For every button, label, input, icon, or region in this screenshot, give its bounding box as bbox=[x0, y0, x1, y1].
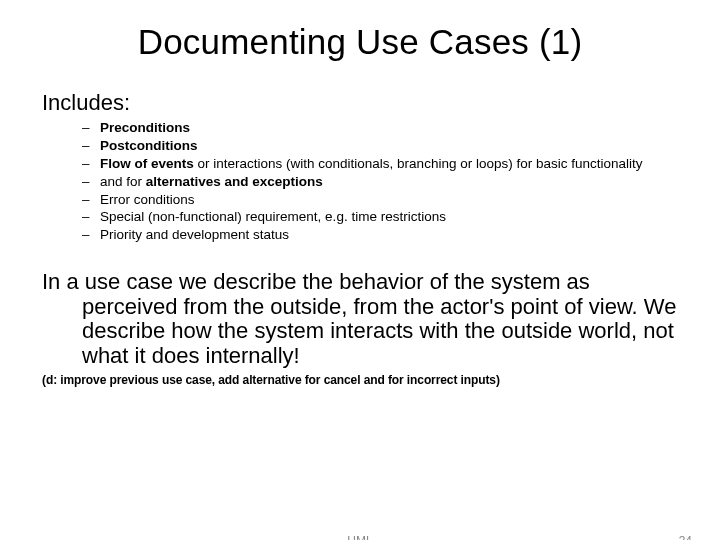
list-item-text: Priority and development status bbox=[100, 227, 289, 242]
list-item-text: Error conditions bbox=[100, 192, 195, 207]
slide: Documenting Use Cases (1) Includes: Prec… bbox=[0, 22, 720, 540]
list-item-text: Flow of events or interactions (with con… bbox=[100, 156, 643, 171]
list-item: Preconditions bbox=[82, 120, 678, 137]
slide-title: Documenting Use Cases (1) bbox=[0, 22, 720, 62]
includes-heading: Includes: bbox=[42, 90, 678, 116]
list-item-text: Special (non-functional) requirement, e.… bbox=[100, 209, 446, 224]
list-item: Error conditions bbox=[82, 192, 678, 209]
improvement-note: (d: improve previous use case, add alter… bbox=[42, 373, 678, 387]
list-item: Flow of events or interactions (with con… bbox=[82, 156, 678, 173]
list-item: and for alternatives and exceptions bbox=[82, 174, 678, 191]
list-item: Priority and development status bbox=[82, 227, 678, 244]
list-item: Postconditions bbox=[82, 138, 678, 155]
description-paragraph: In a use case we describe the behavior o… bbox=[42, 270, 678, 369]
list-item-text: Postconditions bbox=[100, 138, 198, 153]
list-item-text: Preconditions bbox=[100, 120, 190, 135]
page-number: 34 bbox=[679, 534, 692, 540]
slide-body: Includes: Preconditions Postconditions F… bbox=[0, 90, 720, 387]
footer-label: UML bbox=[0, 534, 720, 540]
list-item: Special (non-functional) requirement, e.… bbox=[82, 209, 678, 226]
includes-list: Preconditions Postconditions Flow of eve… bbox=[82, 120, 678, 244]
list-item-text: and for alternatives and exceptions bbox=[100, 174, 323, 189]
